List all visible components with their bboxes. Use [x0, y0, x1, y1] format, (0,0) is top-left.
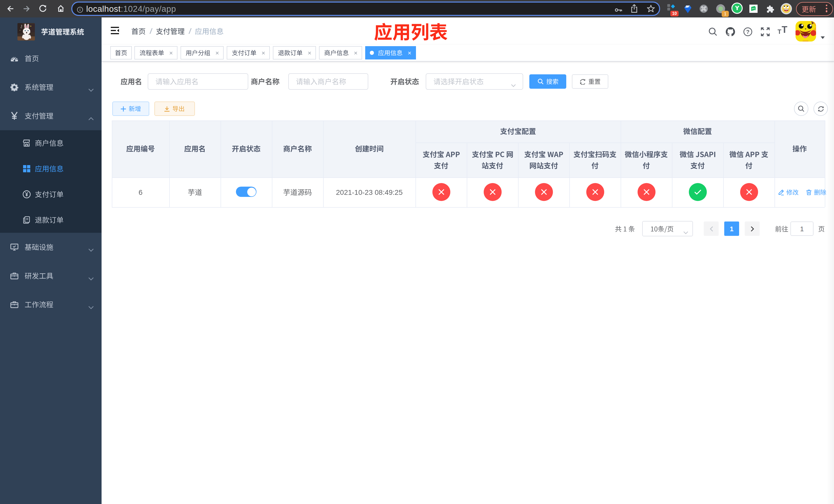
svg-text:?: ?: [746, 29, 749, 35]
